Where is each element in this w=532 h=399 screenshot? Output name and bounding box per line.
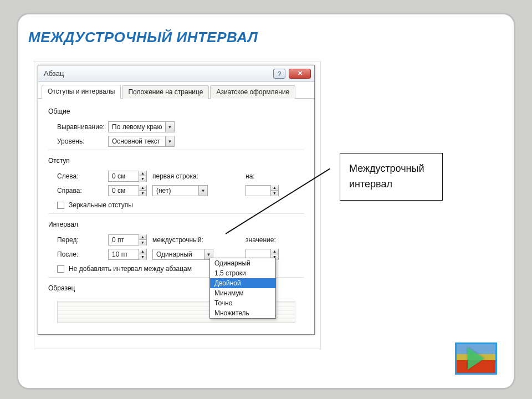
spin-up-icon[interactable]: ▲ [139,171,146,176]
linespacing-dropdown[interactable]: Одинарный1,5 строкиДвойнойМинимумТочноМн… [209,258,276,319]
combo-alignment[interactable]: По левому краю ▼ [108,121,175,132]
label-after: После: [48,250,104,258]
label-right: Справа: [48,187,104,195]
label-by: на: [245,172,255,180]
label-before: Перед: [48,236,104,244]
linespacing-option[interactable]: Точно [210,298,275,308]
combo-linespacing[interactable]: Одинарный ▼ [152,249,213,260]
spin-up-icon[interactable]: ▲ [271,249,278,254]
combo-linespacing-value: Одинарный [153,250,204,258]
spin-right[interactable]: 0 см ▲▼ [108,185,147,196]
combo-level[interactable]: Основной текст ▼ [108,136,175,147]
spin-up-icon[interactable]: ▲ [139,234,146,240]
dialog-title: Абзац [44,69,273,78]
spin-up-icon[interactable]: ▲ [139,249,146,254]
label-linespacing: междустрочный: [152,236,203,244]
slide-title: МЕЖДУСТРОЧНЫЙ ИНТЕРВАЛ [28,29,258,46]
linespacing-option[interactable]: Минимум [210,288,275,298]
spin-up-icon[interactable]: ▲ [139,185,146,191]
spin-after[interactable]: 10 пт ▲▼ [108,249,147,260]
spin-down-icon[interactable]: ▼ [139,176,146,182]
label-level: Уровень: [48,137,104,145]
screenshot-region: Абзац ? ✕ Отступы и интервалы Положение … [34,61,321,349]
play-icon [468,347,484,370]
checkbox-noadd[interactable] [57,265,64,273]
linespacing-option[interactable]: 1,5 строки [210,268,275,278]
dialog-titlebar: Абзац ? ✕ [38,65,314,82]
spin-before-value: 0 пт [109,236,139,244]
spin-left[interactable]: 0 см ▲▼ [108,171,147,182]
combo-firstline[interactable]: (нет) ▼ [152,185,208,196]
close-button[interactable]: ✕ [289,69,311,79]
annotation-box: Междустрочный интервал [340,153,443,201]
next-slide-button[interactable] [455,342,497,375]
spin-before[interactable]: 0 пт ▲▼ [108,234,147,245]
spin-down-icon[interactable]: ▼ [139,191,146,196]
combo-firstline-value: (нет) [153,187,198,195]
spin-after-value: 10 пт [109,250,139,258]
spin-right-value: 0 см [109,187,139,195]
linespacing-option[interactable]: Одинарный [210,258,275,268]
combo-level-value: Основной текст [109,137,165,145]
spin-up-icon[interactable]: ▲ [271,185,278,191]
help-button[interactable]: ? [273,69,285,79]
spin-down-icon[interactable]: ▼ [139,254,146,260]
group-spacing: Интервал [48,217,304,232]
chevron-down-icon: ▼ [165,136,174,146]
group-indent: Отступ [48,154,304,168]
slide-frame: МЕЖДУСТРОЧНЫЙ ИНТЕРВАЛ Абзац ? ✕ Отступы… [17,13,515,390]
spin-by[interactable]: ▲▼ [245,185,279,196]
tab-indents[interactable]: Отступы и интервалы [42,85,121,99]
chevron-down-icon: ▼ [198,186,207,196]
spin-down-icon[interactable]: ▼ [271,191,278,196]
checkbox-mirror[interactable] [57,202,64,209]
label-mirror: Зеркальные отступы [69,201,133,209]
chevron-down-icon: ▼ [165,122,174,132]
group-general: Общие [48,104,304,119]
tab-asian[interactable]: Азиатское оформление [210,85,295,99]
label-alignment: Выравнивание: [48,123,104,131]
tab-strip: Отступы и интервалы Положение на страниц… [38,82,314,99]
spin-down-icon[interactable]: ▼ [139,240,146,245]
spin-left-value: 0 см [109,172,139,180]
linespacing-option[interactable]: Двойной [210,278,275,288]
linespacing-option[interactable]: Множитель [210,308,275,318]
label-noadd: Не добавлять интервал между абзацам [69,265,192,273]
label-value: значение: [245,236,276,244]
label-left: Слева: [48,172,104,180]
tab-pagination[interactable]: Положение на странице [122,85,209,99]
label-firstline: первая строка: [152,172,198,180]
combo-alignment-value: По левому краю [109,123,165,131]
